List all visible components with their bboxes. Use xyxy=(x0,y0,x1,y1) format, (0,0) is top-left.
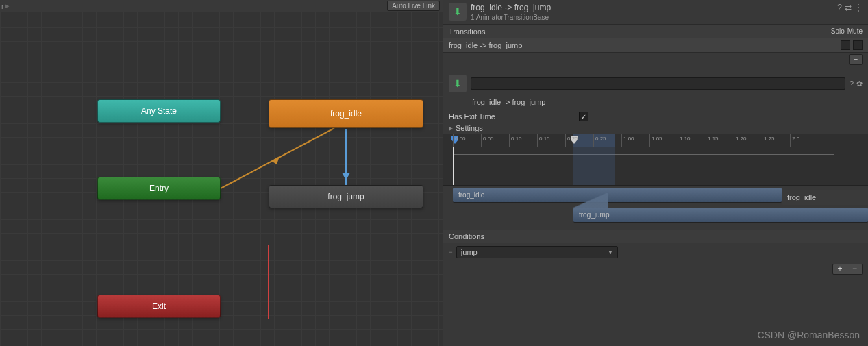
inspector-subtitle: 1 AnimatorTransitionBase xyxy=(471,14,837,21)
gear-icon[interactable]: ✿ xyxy=(856,79,863,88)
preview-track-line xyxy=(453,154,834,155)
condition-row: ≡ jump ▼ xyxy=(443,243,868,261)
tick: 2:0 xyxy=(790,134,799,147)
transition-name-label: frog_idle -> frog_jump xyxy=(443,97,868,110)
transition-name-row: ⬇ ? ✿ xyxy=(443,71,868,97)
tick: 1:15 xyxy=(706,134,719,147)
node-frog-jump[interactable]: frog_jump xyxy=(269,185,423,208)
transition-item-label: frog_idle -> frog_jump xyxy=(449,41,838,49)
transitions-header: Transitions Solo Mute xyxy=(443,25,868,38)
graph-toolbar: r ▸ Auto Live Link xyxy=(0,0,443,12)
clip-bars: frog_idle frog_idle frog_jump xyxy=(443,186,868,225)
animator-graph[interactable]: r ▸ Auto Live Link Any State Entry frog_… xyxy=(0,0,443,346)
tick: 0:00 xyxy=(453,134,466,147)
tick: 0:15 xyxy=(537,134,550,147)
help-icon[interactable]: ? xyxy=(837,3,842,12)
drag-handle-icon[interactable]: ≡ xyxy=(449,249,452,256)
mute-checkbox[interactable] xyxy=(853,40,863,50)
tick: 1:05 xyxy=(649,134,662,147)
graph-connections xyxy=(0,0,443,346)
transition-list-item[interactable]: frog_idle -> frog_jump xyxy=(443,38,868,53)
conditions-header: Conditions xyxy=(443,230,868,243)
timeline-ruler[interactable]: 0:00 0:05 0:10 0:15 0:20 0:25 1:00 1:05 … xyxy=(443,134,868,147)
has-exit-time-label: Has Exit Time xyxy=(449,112,579,121)
svg-marker-3 xyxy=(342,173,350,180)
has-exit-time-row: Has Exit Time ✓ xyxy=(443,110,868,123)
conditions-add-remove: + − xyxy=(443,261,868,277)
preview-playhead[interactable] xyxy=(453,147,454,185)
transitions-label: Transitions xyxy=(449,27,485,36)
timeline-preview[interactable] xyxy=(443,147,868,186)
tick: 1:20 xyxy=(734,134,747,147)
blend-wedge xyxy=(573,193,608,208)
remove-condition-button[interactable]: − xyxy=(847,264,863,275)
node-entry[interactable]: Entry xyxy=(97,177,221,200)
menu-icon[interactable]: ⋮ xyxy=(854,3,863,12)
transition-icon-small: ⬇ xyxy=(449,75,467,92)
tick: 0:25 xyxy=(593,134,606,147)
auto-live-link-button[interactable]: Auto Live Link xyxy=(387,1,440,11)
transition-name-input[interactable] xyxy=(471,77,845,90)
inspector-header: ⬇ frog_idle -> frog_jump 1 AnimatorTrans… xyxy=(443,0,868,25)
svg-marker-1 xyxy=(271,156,280,164)
help-icon-small[interactable]: ? xyxy=(850,79,854,88)
breadcrumb-arrow-icon: ▸ xyxy=(5,1,10,10)
mute-label: Mute xyxy=(847,27,863,36)
transition-icon: ⬇ xyxy=(449,3,467,21)
inspector-panel: ⬇ frog_idle -> frog_jump 1 AnimatorTrans… xyxy=(443,0,868,346)
breadcrumb[interactable]: r xyxy=(1,2,4,10)
tick: 0:20 xyxy=(565,134,578,147)
solo-checkbox[interactable] xyxy=(841,40,850,50)
node-exit[interactable]: Exit xyxy=(97,295,221,318)
tick: 0:10 xyxy=(509,134,522,147)
source-clip-bar-loop[interactable]: frog_idle xyxy=(782,190,868,205)
chevron-down-icon: ▼ xyxy=(608,249,613,256)
settings-label: Settings xyxy=(456,124,483,132)
remove-transition-button[interactable]: − xyxy=(849,54,863,65)
node-frog-idle[interactable]: frog_idle xyxy=(269,99,423,128)
tick: 1:10 xyxy=(678,134,691,147)
solo-label: Solo xyxy=(831,27,845,36)
has-exit-time-checkbox[interactable]: ✓ xyxy=(579,112,588,121)
svg-line-0 xyxy=(221,128,334,188)
tick: 1:00 xyxy=(621,134,634,147)
node-any-state[interactable]: Any State xyxy=(97,99,221,123)
tick: 1:25 xyxy=(762,134,775,147)
preview-transition-region xyxy=(573,147,615,185)
destination-clip-bar[interactable]: frog_jump xyxy=(573,208,868,223)
watermark: CSDN @RomanBesson xyxy=(757,330,860,341)
transition-remove-row: − xyxy=(443,53,868,66)
settings-foldout[interactable]: ▶ Settings xyxy=(443,123,868,134)
preset-icon[interactable]: ⇄ xyxy=(845,3,852,12)
source-clip-bar[interactable]: frog_idle xyxy=(453,188,782,203)
foldout-arrow-icon: ▶ xyxy=(449,125,453,132)
condition-param-dropdown[interactable]: jump ▼ xyxy=(456,246,618,258)
condition-param-value: jump xyxy=(461,248,478,256)
inspector-title: frog_idle -> frog_jump xyxy=(471,3,837,12)
add-condition-button[interactable]: + xyxy=(832,264,847,275)
tick: 0:05 xyxy=(481,134,494,147)
